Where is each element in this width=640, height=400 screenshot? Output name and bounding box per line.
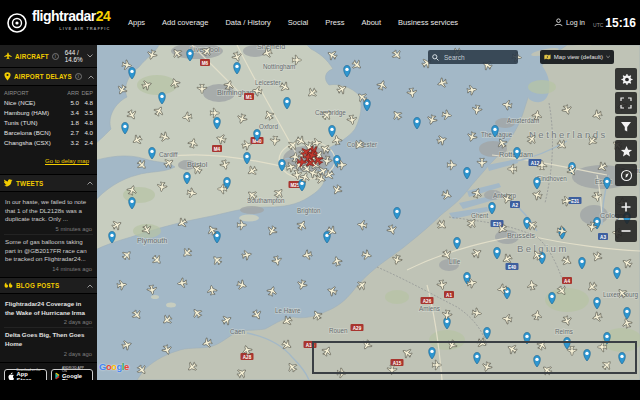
- map-view-label: Map view (default): [554, 54, 603, 60]
- selection-rectangle[interactable]: [312, 341, 637, 374]
- svg-text:A29: A29: [353, 326, 362, 331]
- delays-table-header: AIRPORTARRDEP: [4, 89, 93, 97]
- menu-about[interactable]: About: [361, 18, 381, 27]
- road-badge: A4: [562, 277, 572, 284]
- delay-row[interactable]: Nice (NCE)5.04.8: [4, 97, 93, 107]
- column-header: AIRPORT: [4, 89, 65, 97]
- tweets-label: TWEETS: [16, 180, 43, 187]
- chevron-down-icon: [87, 54, 93, 58]
- topbar-menu: AppsAdd coverageData / HistorySocialPres…: [128, 0, 458, 45]
- city-label: Cardiff: [159, 151, 178, 158]
- zoom-out-button[interactable]: [615, 220, 637, 242]
- compass-icon: [620, 169, 633, 182]
- island: [151, 295, 159, 299]
- zoom-in-button[interactable]: [615, 196, 637, 218]
- utc-clock: UTC15:16: [593, 16, 636, 30]
- aircraft-counter-row[interactable]: AIRCRAFT i 644 / 14.6%: [0, 45, 97, 68]
- funnel-icon: [620, 121, 632, 133]
- airport-delays-header[interactable]: AIRPORT DELAYS i: [0, 68, 97, 86]
- settings-button[interactable]: [615, 68, 637, 90]
- delay-row[interactable]: Tunis (TUN)1.84.8: [4, 117, 93, 127]
- road-badge: A3: [598, 233, 608, 240]
- login-button[interactable]: Log in: [554, 18, 585, 27]
- menu-data-history[interactable]: Data / History: [225, 18, 270, 27]
- tweet-item[interactable]: Some of gas balloons taking part in @GB2…: [4, 235, 93, 274]
- tweet-item[interactable]: In our haste, we failed to note that 1 o…: [4, 195, 93, 235]
- go-to-delay-map-link[interactable]: Go to delay map: [45, 158, 89, 164]
- search-icon: [432, 54, 439, 61]
- brand-tagline: LIVE AIR TRAFFIC: [32, 23, 110, 35]
- apple-icon: [8, 372, 15, 380]
- app-store-badge[interactable]: Download on the App Store: [4, 369, 47, 380]
- minus-icon: [620, 225, 632, 237]
- blog-post-item[interactable]: Flightradar24 Coverage in the Wake of Hu…: [4, 297, 93, 328]
- city-label: Leicester: [255, 79, 281, 86]
- svg-text:A12: A12: [531, 161, 540, 166]
- menu-press[interactable]: Press: [325, 18, 344, 27]
- map-view-selector[interactable]: Map view (default): [540, 50, 614, 64]
- flightradar24-app: flightradar24 LIVE AIR TRAFFIC AppsAdd c…: [0, 0, 640, 400]
- city-label: Cambridge: [315, 109, 346, 117]
- airport-delays-label: AIRPORT DELAYS: [14, 73, 72, 80]
- aircraft-icon: [4, 52, 12, 60]
- google-logo: Google: [99, 361, 129, 372]
- menu-apps[interactable]: Apps: [128, 18, 145, 27]
- left-sidebar: AIRCRAFT i 644 / 14.6% AIRPORT DELAYS i …: [0, 45, 97, 380]
- gear-icon: [620, 73, 633, 86]
- menu-social[interactable]: Social: [288, 18, 308, 27]
- map-canvas: LiverpoolSheffieldNottinghamLeicesterBir…: [97, 45, 640, 380]
- map-area[interactable]: LiverpoolSheffieldNottinghamLeicesterBir…: [97, 45, 640, 380]
- svg-text:A1: A1: [446, 293, 452, 298]
- road-badge: M6: [200, 59, 210, 66]
- bottom-bar: [0, 380, 640, 400]
- delay-row[interactable]: Hamburg (HAM)3.43.5: [4, 107, 93, 117]
- svg-text:A26: A26: [423, 299, 432, 304]
- plus-icon: [620, 201, 632, 213]
- quote-icon: [4, 282, 13, 289]
- info-icon[interactable]: i: [75, 73, 82, 80]
- brand-logo[interactable]: flightradar24 LIVE AIR TRAFFIC: [6, 10, 110, 35]
- menu-add-coverage[interactable]: Add coverage: [162, 18, 208, 27]
- timestamp: 2 days ago: [5, 319, 92, 325]
- column-header: ARR: [65, 89, 79, 97]
- expand-arrows-icon: [620, 97, 632, 109]
- blog-post-item[interactable]: Delta Goes Big, Then Goes Home2 days ago: [4, 328, 93, 358]
- tweets-list: In our haste, we failed to note that 1 o…: [0, 192, 97, 278]
- chevron-up-icon: [88, 75, 94, 79]
- road-badge: A29: [351, 324, 364, 331]
- svg-text:M6: M6: [202, 61, 209, 66]
- city-label: Southampton: [247, 197, 285, 205]
- delay-row[interactable]: Changsha (CSX)3.22.4: [4, 137, 93, 147]
- app-store-label: App Store: [17, 372, 43, 380]
- google-play-badge[interactable]: ANDROID APP ON Google Play: [51, 369, 94, 380]
- blog-posts-header[interactable]: BLOG POSTS: [0, 278, 97, 294]
- star-icon: [620, 145, 633, 158]
- bookmarks-button[interactable]: [615, 140, 637, 162]
- fullscreen-button[interactable]: [615, 92, 637, 114]
- road-badge: A1: [444, 291, 454, 298]
- svg-text:A2: A2: [512, 203, 518, 208]
- city-label: Brussels: [507, 231, 535, 240]
- city-label: Lille: [449, 258, 461, 265]
- aircraft-label: AIRCRAFT: [15, 53, 49, 60]
- tweets-header[interactable]: TWEETS: [0, 175, 97, 192]
- timestamp: 5 minutes ago: [5, 226, 92, 232]
- user-icon: [554, 18, 563, 27]
- filter-button[interactable]: [615, 116, 637, 138]
- road-badge: M4: [212, 145, 222, 152]
- info-icon[interactable]: i: [52, 53, 59, 60]
- city-label: Brighton: [297, 207, 321, 215]
- delay-row[interactable]: Barcelona (BCN)2.74.0: [4, 127, 93, 137]
- blog-posts-label: BLOG POSTS: [16, 282, 59, 289]
- svg-text:A3: A3: [600, 235, 606, 240]
- city-label: Eindhoven: [537, 175, 567, 182]
- road-badge: E40: [506, 263, 519, 270]
- city-label: Ghent: [471, 212, 488, 219]
- svg-text:E40: E40: [508, 265, 517, 270]
- menu-business-services[interactable]: Business services: [398, 18, 458, 27]
- compass-button[interactable]: [615, 164, 637, 186]
- timestamp: 14 minutes ago: [5, 266, 92, 272]
- radar-logo-icon: [6, 12, 28, 34]
- search-input[interactable]: [442, 53, 512, 62]
- city-label: Nottingham: [263, 63, 295, 71]
